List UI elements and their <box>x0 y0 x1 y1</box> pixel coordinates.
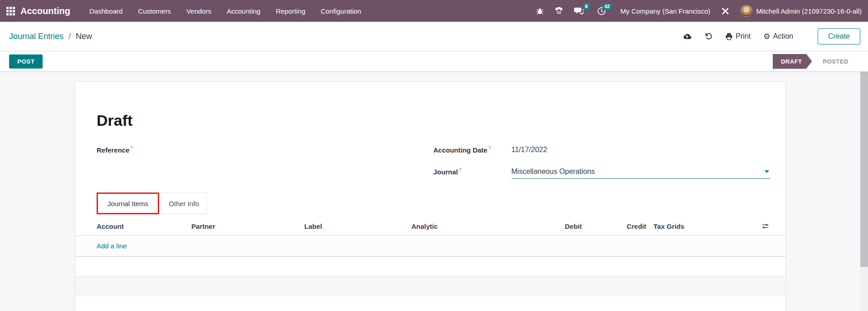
gear-icon: ⚙ <box>763 33 770 40</box>
menu-dashboard[interactable]: Dashboard <box>89 7 122 15</box>
column-options-icon[interactable] <box>761 222 769 230</box>
print-label: Print <box>736 32 751 40</box>
control-panel: Journal Entries / New Print ⚙ <box>0 22 868 51</box>
menu-configuration[interactable]: Configuration <box>321 7 361 15</box>
printer-icon <box>725 33 733 40</box>
breadcrumb-journal-entries[interactable]: Journal Entries <box>9 32 63 41</box>
action-label: Action <box>773 32 793 40</box>
print-button[interactable]: Print <box>725 32 751 40</box>
company-switcher[interactable]: My Company (San Francisco) <box>620 7 710 15</box>
user-menu[interactable]: Mitchell Admin (21097230-16-0-all) <box>741 5 862 17</box>
column-debit[interactable]: Debit <box>518 222 582 230</box>
bug-icon[interactable] <box>536 7 544 15</box>
journal-label: Journal? <box>434 166 512 176</box>
messages-icon[interactable]: 8 <box>574 7 584 15</box>
discard-undo-button[interactable] <box>704 32 712 40</box>
state-steps: DRAFT POSTED <box>773 54 860 69</box>
activities-clock-icon[interactable]: 42 <box>597 7 606 15</box>
field-journal: Journal? Miscellaneous Operations <box>434 166 770 183</box>
menu-accounting[interactable]: Accounting <box>227 7 260 15</box>
add-line-row: Add a line <box>75 236 785 257</box>
form-sheet: Draft Reference? Accounting Date? 11/17/… <box>75 81 786 311</box>
tab-journal-items[interactable]: Journal Items <box>97 193 159 214</box>
form-statusbar: POST DRAFT POSTED <box>0 51 868 72</box>
reference-label: Reference? <box>97 144 175 154</box>
column-label[interactable]: Label <box>304 222 411 230</box>
record-title: Draft <box>97 112 770 129</box>
post-button[interactable]: POST <box>9 54 43 69</box>
empty-row <box>75 296 785 311</box>
journal-value: Miscellaneous Operations <box>512 168 595 176</box>
menu-vendors[interactable]: Vendors <box>186 7 211 15</box>
scrollbar-thumb[interactable] <box>860 60 868 267</box>
avatar[interactable] <box>741 5 752 17</box>
table-header: Account Partner Label Analytic Debit Cre… <box>75 217 785 236</box>
apps-grid-icon[interactable] <box>6 7 15 15</box>
user-name: Mitchell Admin (21097230-16-0-all) <box>756 7 862 15</box>
reference-input[interactable] <box>175 144 434 155</box>
tab-other-info[interactable]: Other Info <box>161 193 207 214</box>
add-a-line-link[interactable]: Add a line <box>97 242 127 250</box>
journal-select[interactable]: Miscellaneous Operations <box>512 166 770 179</box>
cloud-upload-icon <box>683 33 692 40</box>
vertical-scrollbar[interactable] <box>860 51 868 311</box>
field-group: Reference? Accounting Date? 11/17/2022 J… <box>97 144 770 183</box>
notebook-tabs: Journal Items Other Info <box>97 193 770 214</box>
top-menu: Dashboard Customers Vendors Accounting R… <box>89 7 361 15</box>
breadcrumb: Journal Entries / New <box>9 32 92 41</box>
field-reference: Reference? <box>97 144 434 162</box>
field-accounting-date: Accounting Date? 11/17/2022 <box>434 144 770 162</box>
empty-row <box>75 276 785 296</box>
column-partner[interactable]: Partner <box>191 222 304 230</box>
activities-badge: 42 <box>603 3 612 10</box>
column-credit[interactable]: Credit <box>582 222 646 230</box>
journal-items-table: Account Partner Label Analytic Debit Cre… <box>75 217 785 311</box>
breadcrumb-current: New <box>76 32 92 41</box>
messages-badge: 8 <box>583 3 590 10</box>
form-view: Draft Reference? Accounting Date? 11/17/… <box>0 72 860 311</box>
column-analytic[interactable]: Analytic <box>411 222 518 230</box>
column-tax-grids[interactable]: Tax Grids <box>646 222 705 230</box>
app-name[interactable]: Accounting <box>20 6 70 16</box>
top-navbar: Accounting Dashboard Customers Vendors A… <box>0 0 868 22</box>
breadcrumb-separator: / <box>68 32 71 41</box>
save-cloud-button[interactable] <box>683 33 692 40</box>
menu-customers[interactable]: Customers <box>138 7 171 15</box>
create-button[interactable]: Create <box>818 28 860 44</box>
state-posted[interactable]: POSTED <box>823 58 848 65</box>
menu-reporting[interactable]: Reporting <box>276 7 305 15</box>
help-icon: ? <box>459 168 462 173</box>
empty-row <box>75 257 785 276</box>
accounting-date-label: Accounting Date? <box>434 144 512 154</box>
chevron-down-icon[interactable] <box>765 170 769 173</box>
action-button[interactable]: ⚙ Action <box>763 32 793 40</box>
state-draft[interactable]: DRAFT <box>773 54 812 69</box>
undo-icon <box>704 32 712 40</box>
accounting-date-input[interactable]: 11/17/2022 <box>512 144 770 154</box>
tools-icon[interactable] <box>721 7 730 15</box>
phone-icon[interactable] <box>555 7 563 15</box>
column-account[interactable]: Account <box>97 222 191 230</box>
help-icon: ? <box>488 146 491 151</box>
help-icon: ? <box>131 146 133 151</box>
